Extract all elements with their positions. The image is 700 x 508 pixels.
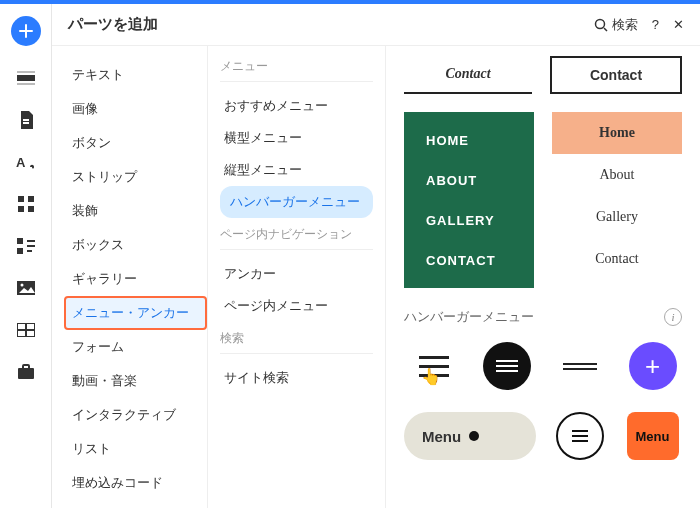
category-item[interactable]: リスト: [64, 432, 207, 466]
menu-item: GALLERY: [404, 200, 534, 240]
category-item[interactable]: テキスト: [64, 58, 207, 92]
help-button[interactable]: ?: [652, 17, 659, 32]
hamburger-preview-equal-lines[interactable]: [552, 338, 608, 394]
subsection-label: 検索: [220, 330, 373, 354]
subcategory-item[interactable]: アンカー: [220, 258, 373, 290]
subcategory-item[interactable]: ページ内メニュー: [220, 290, 373, 322]
svg-rect-2: [17, 83, 35, 85]
menu-item: ABOUT: [404, 160, 534, 200]
subsection-label: ページ内ナビゲーション: [220, 226, 373, 250]
svg-rect-6: [18, 196, 24, 202]
hamburger-section-label: ハンバーガーメニュー: [404, 308, 534, 326]
subcategory-item[interactable]: 横型メニュー: [220, 122, 373, 154]
image-icon[interactable]: [16, 278, 36, 298]
info-icon[interactable]: i: [664, 308, 682, 326]
preview-vertical-menu-green[interactable]: HOME ABOUT GALLERY CONTACT: [404, 112, 534, 288]
add-parts-panel: パーツを追加 検索 ? ✕ テキスト画像ボタンストリップ装飾ボックスギャラリーメ…: [52, 4, 700, 508]
subsection-label: メニュー: [220, 58, 373, 82]
menu-item: About: [552, 154, 682, 196]
svg-point-17: [595, 19, 604, 28]
category-item[interactable]: インタラクティブ: [64, 398, 207, 432]
close-button[interactable]: ✕: [673, 17, 684, 32]
panel-header: パーツを追加 検索 ? ✕: [52, 4, 700, 46]
hamburger-preview-purple-plus[interactable]: +: [625, 338, 681, 394]
briefcase-icon[interactable]: [16, 362, 36, 382]
category-item[interactable]: ボタン: [64, 126, 207, 160]
category-item[interactable]: フォーム: [64, 330, 207, 364]
apps-icon[interactable]: [16, 194, 36, 214]
svg-rect-11: [17, 248, 23, 254]
add-plus-button[interactable]: [11, 16, 41, 46]
menu-item: Contact: [552, 238, 682, 280]
hamburger-preview-ring[interactable]: [552, 408, 608, 464]
category-item[interactable]: ソーシャル: [64, 500, 207, 508]
dot-icon: [469, 431, 479, 441]
svg-rect-9: [28, 206, 34, 212]
svg-rect-4: [23, 122, 29, 124]
svg-text:A: A: [16, 155, 26, 170]
hamburger-preview-black-circle[interactable]: [479, 338, 535, 394]
tool-rail: A: [0, 4, 52, 508]
preview-contact-boxed[interactable]: Contact: [550, 56, 682, 94]
category-item[interactable]: ボックス: [64, 228, 207, 262]
category-item[interactable]: メニュー・アンカー: [64, 296, 207, 330]
svg-rect-3: [23, 119, 29, 121]
preview-contact-underline[interactable]: Contact: [404, 56, 532, 94]
cursor-icon: 👆: [421, 367, 441, 386]
search-icon: [594, 18, 608, 32]
category-item[interactable]: 画像: [64, 92, 207, 126]
svg-rect-16: [23, 365, 29, 369]
dev-icon[interactable]: [16, 236, 36, 256]
svg-point-13: [20, 284, 23, 287]
hamburger-preview-menu-pill[interactable]: Menu: [404, 412, 536, 460]
subcategory-item[interactable]: 縦型メニュー: [220, 154, 373, 186]
menu-pill-label: Menu: [422, 428, 461, 445]
category-item[interactable]: 装飾: [64, 194, 207, 228]
menu-item: Gallery: [552, 196, 682, 238]
preview-pane: Contact Contact HOME ABOUT GALLERY CONTA…: [386, 46, 700, 508]
menu-item: Home: [552, 112, 682, 154]
category-item[interactable]: 動画・音楽: [64, 364, 207, 398]
category-item[interactable]: 埋め込みコード: [64, 466, 207, 500]
category-list: テキスト画像ボタンストリップ装飾ボックスギャラリーメニュー・アンカーフォーム動画…: [52, 46, 208, 508]
theme-icon[interactable]: A: [16, 152, 36, 172]
subcategory-item[interactable]: ハンバーガーメニュー: [220, 186, 373, 218]
menu-item: HOME: [404, 120, 534, 160]
svg-rect-1: [17, 71, 35, 73]
hamburger-preview-orange[interactable]: Menu: [625, 408, 681, 464]
search-label: 検索: [612, 16, 638, 34]
subcategory-item[interactable]: おすすめメニュー: [220, 90, 373, 122]
svg-rect-8: [18, 206, 24, 212]
subcategory-item[interactable]: サイト検索: [220, 362, 373, 394]
preview-vertical-menu-light[interactable]: Home About Gallery Contact: [552, 112, 682, 288]
table-icon[interactable]: [16, 320, 36, 340]
category-item[interactable]: ストリップ: [64, 160, 207, 194]
search-button[interactable]: 検索: [594, 16, 638, 34]
svg-rect-0: [17, 75, 35, 81]
menu-item: CONTACT: [404, 240, 534, 280]
svg-rect-7: [28, 196, 34, 202]
page-icon[interactable]: [16, 110, 36, 130]
subcategory-list: メニューおすすめメニュー横型メニュー縦型メニューハンバーガーメニューページ内ナビ…: [208, 46, 386, 508]
section-icon[interactable]: [16, 68, 36, 88]
hamburger-preview-lines-cursor[interactable]: 👆: [406, 338, 462, 394]
panel-title: パーツを追加: [68, 15, 580, 34]
svg-rect-10: [17, 238, 23, 244]
category-item[interactable]: ギャラリー: [64, 262, 207, 296]
